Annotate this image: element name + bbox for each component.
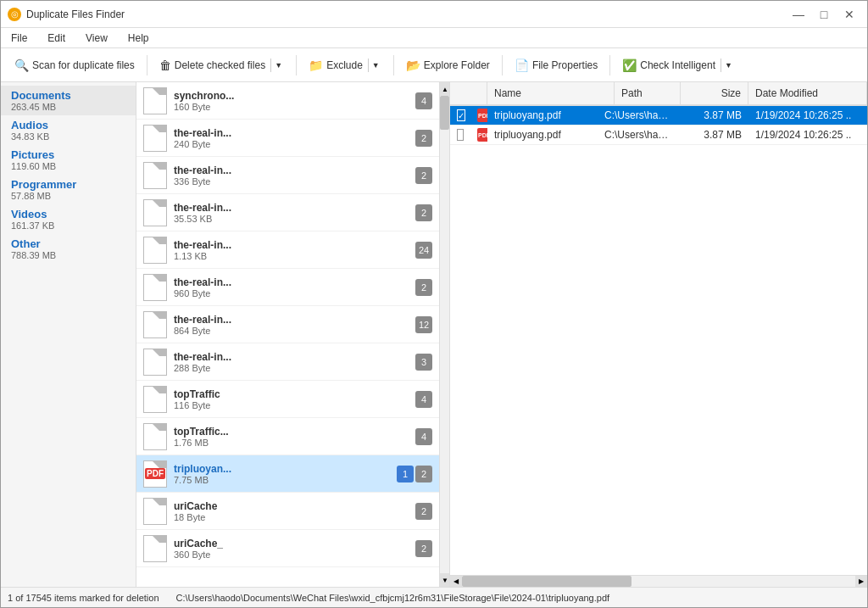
list-item[interactable]: the-real-in... 864 Byte 12: [136, 306, 439, 343]
file-badge: 4: [415, 92, 432, 109]
list-item[interactable]: uriCache 18 Byte 2: [136, 493, 439, 530]
file-info: topTraffic 116 Byte: [174, 388, 412, 410]
sidebar-item-videos[interactable]: Videos 161.37 KB: [1, 204, 136, 234]
file-name: topTraffic...: [174, 426, 412, 438]
file-name: tripluoyan...: [174, 463, 393, 475]
file-size: 7.75 MB: [174, 475, 393, 485]
scan-icon: 🔍: [14, 59, 29, 72]
toolbar: 🔍 Scan for duplicate files 🗑 Delete chec…: [1, 48, 867, 82]
scroll-left-arrow[interactable]: ◀: [450, 576, 462, 588]
file-size: 960 Byte: [174, 288, 412, 298]
menu-edit[interactable]: Edit: [44, 31, 69, 46]
separator-4: [502, 55, 503, 75]
row-checkbox[interactable]: [457, 129, 464, 141]
properties-label: File Properties: [532, 59, 598, 71]
file-list-scroll[interactable]: synchrono... 160 Byte 4 the-real-in... 2…: [136, 82, 439, 587]
horizontal-scrollbar[interactable]: ◀ ▶: [450, 575, 867, 587]
table-row[interactable]: PDF tripluoyang.pdf C:\Users\haodo\Downl…: [450, 126, 867, 145]
menu-help[interactable]: Help: [125, 31, 153, 46]
scrollbar-down[interactable]: ▼: [440, 573, 449, 587]
file-info: the-real-in... 864 Byte: [174, 314, 412, 336]
exclude-icon: 📁: [309, 59, 323, 72]
maximize-button[interactable]: □: [813, 6, 835, 23]
list-item[interactable]: the-real-in... 336 Byte 2: [136, 157, 439, 194]
sidebar: Documents 263.45 MB Audios 34.83 KB Pict…: [1, 82, 136, 587]
sidebar-item-documents-name: Documents: [11, 89, 125, 102]
td-file-icon: PDF: [470, 106, 487, 125]
list-item-selected[interactable]: PDF tripluoyan... 7.75 MB 1 2: [136, 455, 439, 493]
list-item[interactable]: the-real-in... 288 Byte 3: [136, 343, 439, 381]
intelligent-label: Check Intelligent: [640, 59, 715, 71]
file-icon: [143, 237, 167, 264]
th-size[interactable]: Size: [681, 82, 748, 104]
menu-view[interactable]: View: [82, 31, 111, 46]
file-icon: [143, 125, 167, 152]
list-item[interactable]: the-real-in... 35.53 KB 2: [136, 194, 439, 231]
file-icon: [143, 535, 167, 562]
sidebar-item-pictures[interactable]: Pictures 119.60 MB: [1, 145, 136, 175]
delete-dropdown-icon[interactable]: ▼: [270, 59, 284, 72]
delete-icon: 🗑: [159, 59, 171, 72]
file-name: the-real-in...: [174, 314, 412, 326]
th-path[interactable]: Path: [615, 82, 681, 104]
sidebar-item-audios[interactable]: Audios 34.83 KB: [1, 115, 136, 145]
td-path: C:\Users\haodo\Downloads: [598, 126, 681, 143]
exclude-button[interactable]: 📁 Exclude ▼: [302, 55, 388, 75]
window-title: Duplicate Files Finder: [26, 8, 787, 20]
sidebar-item-documents[interactable]: Documents 263.45 MB: [1, 86, 136, 115]
file-info: the-real-in... 240 Byte: [174, 127, 412, 149]
file-name: topTraffic: [174, 388, 412, 400]
td-check[interactable]: [450, 107, 470, 124]
file-size: 336 Byte: [174, 176, 412, 187]
scan-button[interactable]: 🔍 Scan for duplicate files: [8, 55, 142, 75]
td-check[interactable]: [450, 126, 470, 143]
list-item[interactable]: topTraffic... 1.76 MB 4: [136, 418, 439, 455]
scroll-right-arrow[interactable]: ▶: [855, 576, 867, 588]
file-name: the-real-in...: [174, 276, 412, 288]
file-badge: 2: [415, 130, 432, 147]
file-size: 1.76 MB: [174, 438, 412, 448]
table-row[interactable]: PDF tripluoyang.pdf C:\Users\haodo\Docum…: [450, 106, 867, 126]
title-bar: Duplicate Files Finder — □ ✕: [1, 1, 867, 28]
window-controls: — □ ✕: [787, 6, 860, 23]
sidebar-item-other[interactable]: Other 788.39 MB: [1, 234, 136, 264]
delete-button[interactable]: 🗑 Delete checked files ▼: [153, 55, 291, 75]
separator-2: [296, 55, 297, 75]
list-item[interactable]: synchrono... 160 Byte 4: [136, 82, 439, 120]
scrollbar-up[interactable]: ▲: [440, 82, 449, 96]
th-name[interactable]: Name: [487, 82, 615, 104]
main-content: Documents 263.45 MB Audios 34.83 KB Pict…: [1, 82, 867, 587]
properties-button[interactable]: 📄 File Properties: [508, 55, 604, 75]
list-item[interactable]: the-real-in... 1.13 KB 24: [136, 231, 439, 269]
table-body[interactable]: PDF tripluoyang.pdf C:\Users\haodo\Docum…: [450, 106, 867, 575]
sidebar-item-pictures-size: 119.60 MB: [11, 161, 125, 171]
file-name: the-real-in...: [174, 239, 412, 251]
close-button[interactable]: ✕: [838, 6, 860, 23]
file-list-scrollbar[interactable]: ▲ ▼: [439, 82, 449, 587]
file-name: the-real-in...: [174, 127, 412, 139]
file-icon: [143, 349, 167, 376]
scroll-track[interactable]: [462, 576, 855, 587]
file-name: uriCache: [174, 500, 412, 512]
list-item[interactable]: topTraffic 116 Byte 4: [136, 381, 439, 418]
file-list-panel: synchrono... 160 Byte 4 the-real-in... 2…: [136, 82, 450, 587]
file-info: the-real-in... 336 Byte: [174, 165, 412, 187]
sidebar-item-programmer[interactable]: Programmer 57.88 MB: [1, 175, 136, 204]
scroll-thumb[interactable]: [462, 576, 632, 587]
minimize-button[interactable]: —: [787, 6, 810, 23]
scrollbar-thumb[interactable]: [440, 96, 449, 130]
list-item[interactable]: the-real-in... 240 Byte 2: [136, 120, 439, 157]
explore-label: Explore Folder: [424, 59, 490, 71]
explore-button[interactable]: 📂 Explore Folder: [399, 55, 497, 75]
menu-file[interactable]: File: [8, 31, 31, 46]
file-badge: 4: [415, 391, 432, 408]
row-checkbox[interactable]: [457, 109, 465, 121]
list-item[interactable]: the-real-in... 960 Byte 2: [136, 269, 439, 306]
exclude-dropdown-icon[interactable]: ▼: [368, 59, 381, 72]
file-size: 288 Byte: [174, 363, 412, 373]
intelligent-button[interactable]: ✅ Check Intelligent ▼: [615, 55, 741, 75]
intelligent-dropdown-icon[interactable]: ▼: [721, 59, 734, 72]
list-item[interactable]: uriCache_ 360 Byte 2: [136, 530, 439, 567]
sidebar-item-videos-size: 161.37 KB: [11, 220, 125, 231]
th-date[interactable]: Date Modified: [748, 82, 867, 104]
